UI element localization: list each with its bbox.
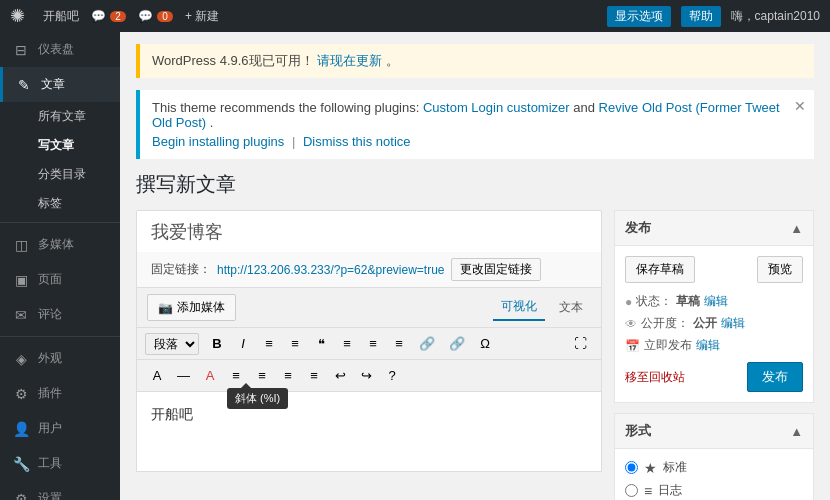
editor-toolbar: 📷 添加媒体 可视化 文本 <box>136 288 602 328</box>
italic-tooltip: 斜体 (%I) <box>227 388 288 409</box>
italic-button[interactable]: I <box>231 332 255 355</box>
display-options-button[interactable]: 显示选项 <box>607 6 671 27</box>
comments-icon: ✉ <box>12 307 30 323</box>
side-panel: 发布 ▲ 保存草稿 预览 ● 状态： 草稿 编辑 <box>614 210 814 500</box>
sidebar-item-tools[interactable]: 🔧 工具 <box>0 446 120 481</box>
outdent-button[interactable]: ≡ <box>276 364 300 387</box>
standard-icon: ★ <box>644 460 657 476</box>
hr-button[interactable]: — <box>171 364 196 387</box>
sidebar-item-appearance[interactable]: ◈ 外观 <box>0 341 120 376</box>
sidebar-subitem-categories[interactable]: 分类目录 <box>0 160 120 189</box>
tools-icon: 🔧 <box>12 456 30 472</box>
sidebar-item-settings[interactable]: ⚙ 设置 <box>0 481 120 500</box>
link-button[interactable]: 🔗 <box>413 332 441 355</box>
settings-icon: ⚙ <box>12 491 30 501</box>
users-icon: 👤 <box>12 421 30 437</box>
update-now-link[interactable]: 请现在更新 <box>317 53 382 68</box>
sidebar-subitem-all-posts[interactable]: 所有文章 <box>0 102 120 131</box>
unlink-button[interactable]: 🔗 <box>443 332 471 355</box>
adminbar-chat[interactable]: 💬 0 <box>138 9 173 23</box>
indent-button[interactable]: ≡ <box>250 364 274 387</box>
plugins-icon: ⚙ <box>12 386 30 402</box>
sidebar-item-media[interactable]: ◫ 多媒体 <box>0 227 120 262</box>
publish-box-header: 发布 ▲ <box>615 211 813 246</box>
editor-content[interactable]: 开船吧 <box>136 392 602 472</box>
format-box-header: 形式 ▲ <box>615 414 813 449</box>
notice-links: Begin installing plugins | Dismiss this … <box>152 134 802 149</box>
appearance-icon: ◈ <box>12 351 30 367</box>
status-edit-link[interactable]: 编辑 <box>704 293 728 310</box>
update-notice: WordPress 4.9.6现已可用！ 请现在更新 。 <box>136 44 814 78</box>
paragraph-select[interactable]: 段落 <box>145 333 199 355</box>
publish-toggle-arrow[interactable]: ▲ <box>790 221 803 236</box>
align-justify-button[interactable]: ≡ <box>302 364 326 387</box>
align-left-button[interactable]: ≡ <box>335 332 359 355</box>
save-draft-button[interactable]: 保存草稿 <box>625 256 695 283</box>
undo-button[interactable]: ↩ <box>328 364 352 387</box>
help-button[interactable]: 帮助 <box>681 6 721 27</box>
align-center-button[interactable]: ≡ <box>361 332 385 355</box>
format-toggle-arrow[interactable]: ▲ <box>790 424 803 439</box>
sidebar-item-pages[interactable]: ▣ 页面 <box>0 262 120 297</box>
sidebar-item-comments[interactable]: ✉ 评论 <box>0 297 120 332</box>
format-standard-radio[interactable] <box>625 461 638 474</box>
date-row: 📅 立即发布 编辑 <box>625 337 803 354</box>
sidebar-item-plugins[interactable]: ⚙ 插件 <box>0 376 120 411</box>
pages-icon: ▣ <box>12 272 30 288</box>
plugin1-link[interactable]: Custom Login customizer <box>423 100 570 115</box>
post-title-input[interactable] <box>136 210 602 252</box>
status-bullet: ● <box>625 295 632 309</box>
dashboard-icon: ⊟ <box>12 42 30 58</box>
expand-editor-button[interactable]: ⛶ <box>568 332 593 355</box>
text-color-button[interactable]: A <box>198 364 222 387</box>
format-aside: ≡ 日志 <box>625 482 803 499</box>
sidebar-subitem-tags[interactable]: 标签 <box>0 189 120 218</box>
publish-footer: 移至回收站 发布 <box>625 362 803 392</box>
special-char-button[interactable]: Ω <box>473 332 497 355</box>
adminbar-site-name[interactable]: 开船吧 <box>43 8 79 25</box>
dismiss-x-button[interactable]: ✕ <box>794 98 806 114</box>
media-icon: ◫ <box>12 237 30 253</box>
dismiss-notice-link[interactable]: Dismiss this notice <box>303 134 411 149</box>
editor-main: 固定链接： http://123.206.93.233/?p=62&previe… <box>136 210 602 500</box>
preview-button[interactable]: 预览 <box>757 256 803 283</box>
menu-separator-2 <box>0 336 120 337</box>
publish-button[interactable]: 发布 <box>747 362 803 392</box>
text-tab[interactable]: 文本 <box>551 294 591 321</box>
add-media-button[interactable]: 📷 添加媒体 <box>147 294 236 321</box>
publish-box: 发布 ▲ 保存草稿 预览 ● 状态： 草稿 编辑 <box>614 210 814 403</box>
change-permalink-button[interactable]: 更改固定链接 <box>451 258 541 281</box>
menu-separator-1 <box>0 222 120 223</box>
visibility-edit-link[interactable]: 编辑 <box>721 315 745 332</box>
adminbar-new[interactable]: + 新建 <box>185 8 219 25</box>
align-right-button[interactable]: ≡ <box>387 332 411 355</box>
ordered-list-button[interactable]: ≡ <box>283 332 307 355</box>
page-title: 撰写新文章 <box>136 171 814 198</box>
visual-tab[interactable]: 可视化 <box>493 294 545 321</box>
unordered-list-button[interactable]: ≡ <box>257 332 281 355</box>
format-toolbar-row1: 段落 B I ≡ ≡ ❝ ≡ ≡ ≡ 🔗 🔗 Ω ⛶ <box>136 328 602 360</box>
bold-button[interactable]: B <box>205 332 229 355</box>
install-plugins-link[interactable]: Begin installing plugins <box>152 134 284 149</box>
wp-content: ⊟ 仪表盘 ✎ 文章 所有文章 写文章 分类目录 标签 ◫ 多媒体 ▣ 页面 ✉… <box>0 32 830 500</box>
sidebar-item-dashboard[interactable]: ⊟ 仪表盘 <box>0 32 120 67</box>
publish-box-body: 保存草稿 预览 ● 状态： 草稿 编辑 👁 公开度： 公开 <box>615 246 813 402</box>
move-to-trash-link[interactable]: 移至回收站 <box>625 369 685 386</box>
format-box-body: ★ 标准 ≡ 日志 ◫ 相册 <box>615 449 813 500</box>
strikethrough-button[interactable]: A <box>145 364 169 387</box>
sidebar-item-posts[interactable]: ✎ 文章 <box>0 67 120 102</box>
date-edit-link[interactable]: 编辑 <box>696 337 720 354</box>
admin-bar: ✺ 开船吧 💬 2 💬 0 + 新建 显示选项 帮助 嗨，captain2010 <box>0 0 830 32</box>
redo-button[interactable]: ↪ <box>354 364 378 387</box>
sidebar-item-users[interactable]: 👤 用户 <box>0 411 120 446</box>
user-greeting: 嗨，captain2010 <box>731 8 820 25</box>
permalink-url[interactable]: http://123.206.93.233/?p=62&preview=true <box>217 263 445 277</box>
format-aside-radio[interactable] <box>625 484 638 497</box>
adminbar-comments[interactable]: 💬 2 <box>91 9 126 23</box>
sidebar-subitem-write-post[interactable]: 写文章 <box>0 131 120 160</box>
format-toolbar-row2: A — A ≡ ≡ ≡ ≡ ↩ ↪ ? 斜体 (%I) <box>136 360 602 392</box>
view-tabs: 可视化 文本 <box>493 294 591 321</box>
blockquote-button[interactable]: ❝ <box>309 332 333 355</box>
aside-icon: ≡ <box>644 483 652 499</box>
help-button[interactable]: ? <box>380 364 404 387</box>
